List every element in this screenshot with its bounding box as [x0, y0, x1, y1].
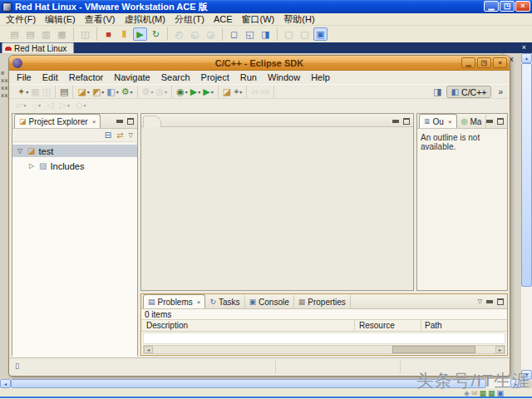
new-c-project-button[interactable]: ◪▾: [77, 86, 89, 98]
tree-item-includes[interactable]: ▷ ▨ Includes: [12, 160, 137, 172]
scroll-left-icon[interactable]: ◂: [144, 346, 153, 353]
tree-expander-icon[interactable]: ▽: [17, 147, 24, 155]
column-resource[interactable]: Resource: [359, 321, 395, 330]
vmware-menu-item[interactable]: 虚拟机(M): [124, 13, 165, 26]
debug-button[interactable]: ◉▾: [176, 86, 188, 98]
new-c-file-button[interactable]: ◧▾: [106, 86, 118, 98]
close-view-icon[interactable]: ×: [197, 298, 201, 306]
forward-icon[interactable]: ▷▾: [60, 99, 70, 111]
vm-tool-icon-4[interactable]: ▦: [55, 27, 69, 41]
snapshot-button[interactable]: ◴: [172, 27, 186, 41]
summary-view-button[interactable]: ▢: [282, 27, 296, 41]
eclipse-menu-item[interactable]: Refactor: [69, 72, 104, 82]
close-view-icon[interactable]: ×: [448, 118, 452, 126]
revert-snapshot-button[interactable]: ◵: [188, 27, 202, 41]
next-annotation-button[interactable]: ▱: [251, 86, 258, 98]
save-button[interactable]: ▦: [31, 86, 39, 98]
editor-empty-area[interactable]: [141, 127, 413, 290]
perspective-chevron-icon[interactable]: »: [498, 87, 503, 96]
quick-switch-button[interactable]: ◱: [243, 27, 257, 41]
eclipse-minimize-button[interactable]: ▁: [461, 57, 475, 68]
vm-tab-close-icon[interactable]: ×: [522, 42, 526, 53]
maximize-view-icon[interactable]: [497, 298, 504, 305]
tab-properties[interactable]: ▦ Properties: [294, 295, 351, 308]
console-vertical-scrollbar[interactable]: ▴ ▾: [521, 53, 532, 381]
scroll-left-icon[interactable]: ◂: [0, 379, 11, 388]
fullscreen-button[interactable]: ◻: [227, 27, 241, 41]
maximize-view-icon[interactable]: [403, 118, 410, 125]
close-button[interactable]: ×: [515, 1, 530, 12]
eclipse-menu-item[interactable]: Search: [161, 72, 190, 82]
tab-project-explorer[interactable]: ◪ Project Explorer ×: [14, 114, 101, 128]
view-menu-icon[interactable]: ▽: [129, 132, 133, 139]
back-icon[interactable]: ◁: [47, 99, 53, 111]
vm-tab-redhat-linux[interactable]: Red Hat Linux: [2, 42, 74, 53]
tab-make-targets[interactable]: ◎ Ma: [457, 115, 487, 128]
new-cpp-project-button[interactable]: ◩▾: [92, 86, 104, 98]
open-perspective-icon[interactable]: ◨: [433, 86, 441, 97]
tab-console[interactable]: ▣ Console: [245, 295, 294, 308]
minimize-view-icon[interactable]: [392, 120, 399, 123]
nav-icon-2[interactable]: ◌▾: [32, 99, 41, 111]
view-menu-icon[interactable]: ▽: [478, 298, 482, 305]
vmware-menu-item[interactable]: 编辑(E): [45, 13, 76, 26]
nav-icon-3[interactable]: ◇▾: [76, 99, 86, 111]
vmware-menu-item[interactable]: 分组(T): [175, 13, 204, 26]
link-with-editor-icon[interactable]: ⇄: [116, 131, 123, 140]
eclipse-menu-item[interactable]: Navigate: [114, 72, 150, 82]
open-resource-button[interactable]: ◪: [223, 86, 231, 98]
scroll-up-icon[interactable]: ▴: [521, 53, 532, 63]
tree-item-test[interactable]: ▽ ◪ test: [12, 145, 137, 157]
scroll-right-icon[interactable]: ▸: [495, 346, 505, 353]
vmware-menu-item[interactable]: ACE: [214, 14, 233, 24]
eclipse-menu-item[interactable]: Help: [311, 72, 330, 82]
vm-tool-icon-2[interactable]: ▤: [23, 27, 37, 41]
maximize-view-icon[interactable]: [497, 118, 504, 125]
eclipse-menu-item[interactable]: File: [17, 72, 32, 82]
eclipse-menu-item[interactable]: Window: [268, 72, 300, 82]
scrollbar-thumb[interactable]: [11, 379, 486, 388]
collapse-all-icon[interactable]: ⊟: [105, 131, 111, 140]
minimize-view-icon[interactable]: [486, 120, 493, 123]
search-button[interactable]: ⌖▾: [234, 86, 242, 98]
wrench-icon[interactable]: ⚙▾: [142, 86, 154, 98]
column-description[interactable]: Description: [146, 321, 188, 330]
eclipse-menu-item[interactable]: Run: [240, 72, 257, 82]
perspective-cpp-button[interactable]: ◧ C/C++: [446, 86, 492, 98]
snapshot-manager-button[interactable]: ◶: [204, 27, 218, 41]
maximize-view-icon[interactable]: [127, 118, 134, 125]
scrollbar-thumb[interactable]: [521, 63, 532, 287]
external-tools-button[interactable]: ▶▾: [203, 86, 213, 98]
eclipse-close-button[interactable]: ×: [493, 57, 507, 68]
tab-tasks[interactable]: ↻ Tasks: [205, 295, 244, 308]
minimize-view-icon[interactable]: [116, 120, 123, 123]
unity-button[interactable]: ◨: [259, 27, 273, 41]
previous-annotation-button[interactable]: ▭: [261, 86, 269, 98]
nav-icon-1[interactable]: ▱▾: [16, 99, 26, 111]
reset-button[interactable]: ↻: [149, 27, 163, 41]
eclipse-maximize-button[interactable]: ◳: [477, 57, 491, 68]
problems-horizontal-scrollbar[interactable]: ◂ ▸: [143, 345, 505, 354]
minimize-view-icon[interactable]: [486, 300, 493, 303]
vmware-menu-item[interactable]: 帮助(H): [283, 13, 314, 26]
eclipse-menu-item[interactable]: Edit: [42, 72, 58, 82]
minimize-button[interactable]: ▁: [484, 1, 499, 12]
power-on-button[interactable]: ▶: [133, 27, 147, 41]
profile-icon[interactable]: ◎▾: [156, 86, 168, 98]
build-button[interactable]: ⚙▾: [121, 86, 133, 98]
power-off-button[interactable]: ■: [101, 27, 116, 41]
vm-tool-icon-1[interactable]: ▤: [7, 27, 22, 41]
close-view-icon[interactable]: ×: [92, 118, 96, 126]
print-button[interactable]: ▤: [60, 86, 68, 98]
tree-expander-icon[interactable]: ▷: [29, 162, 36, 170]
run-button[interactable]: ▶▾: [190, 86, 200, 98]
vm-tool-icon-3[interactable]: ▥: [39, 27, 53, 41]
new-wizard-button[interactable]: ✦▾: [17, 86, 28, 98]
vmware-menu-item[interactable]: 文件(F): [6, 13, 36, 26]
vm-settings-icon[interactable]: ◫: [78, 27, 92, 41]
vmware-menu-item[interactable]: 窗口(W): [242, 13, 275, 26]
restore-button[interactable]: ◳: [500, 1, 515, 12]
tab-outline[interactable]: ≣ Ou ×: [419, 114, 457, 128]
scrollbar-thumb[interactable]: [392, 346, 475, 353]
eclipse-menu-item[interactable]: Project: [201, 72, 229, 82]
